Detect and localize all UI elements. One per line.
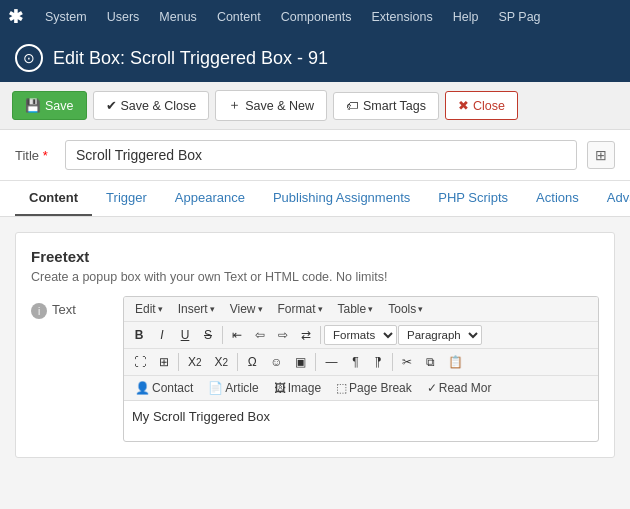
cut-button[interactable]: ✂ [396, 351, 418, 373]
page-break-button[interactable]: ⬚ Page Break [329, 378, 419, 398]
nav-help[interactable]: Help [443, 0, 489, 34]
nav-menus[interactable]: Menus [149, 0, 207, 34]
nav-sppag[interactable]: SP Pag [488, 0, 550, 34]
nav-system[interactable]: System [35, 0, 97, 34]
tab-php-scripts[interactable]: PHP Scripts [424, 181, 522, 216]
nav-extensions[interactable]: Extensions [362, 0, 443, 34]
table-insert-button[interactable]: ⊞ [153, 351, 175, 373]
tabs-bar: Content Trigger Appearance Publishing As… [0, 181, 630, 217]
menu-edit[interactable]: Edit ▾ [128, 299, 170, 319]
title-input[interactable] [65, 140, 577, 170]
nav-content[interactable]: Content [207, 0, 271, 34]
editor-icon-row: ⛶ ⊞ X2 X2 Ω ☺ ▣ — ¶ ¶ ✂ [124, 349, 598, 376]
editor-menu-row: Edit ▾ Insert ▾ View ▾ Format [124, 297, 598, 322]
fullscreen-button[interactable]: ⛶ [128, 351, 152, 373]
info-icon: i [31, 303, 47, 319]
divider6 [392, 353, 393, 371]
title-row: Title * ⊞ [0, 130, 630, 181]
tab-trigger[interactable]: Trigger [92, 181, 161, 216]
table-caret: ▾ [368, 304, 373, 314]
editor-container: Edit ▾ Insert ▾ View ▾ Format [123, 296, 599, 442]
edit-caret: ▾ [158, 304, 163, 314]
navbar: ✱ System Users Menus Content Components … [0, 0, 630, 34]
editor-label-col: i Text [31, 296, 111, 319]
content-area: Freetext Create a popup box with your ow… [0, 217, 630, 473]
format-caret: ▾ [318, 304, 323, 314]
media-button[interactable]: ▣ [289, 351, 312, 373]
menu-tools[interactable]: Tools ▾ [381, 299, 430, 319]
smart-tags-button[interactable]: 🏷 Smart Tags [333, 92, 439, 120]
freetext-title: Freetext [31, 248, 599, 265]
emoji-button[interactable]: ☺ [264, 351, 288, 373]
strikethrough-button[interactable]: S [197, 324, 219, 346]
page-header-icon: ⊙ [15, 44, 43, 72]
tab-content[interactable]: Content [15, 181, 92, 216]
formats-select[interactable]: Formats [324, 325, 397, 345]
view-caret: ▾ [258, 304, 263, 314]
align-left-button[interactable]: ⇤ [226, 324, 248, 346]
editor-content[interactable]: My Scroll Triggered Box [124, 401, 598, 441]
freetext-description: Create a popup box with your own Text or… [31, 270, 599, 284]
brand-logo: ✱ [8, 6, 23, 28]
bold-button[interactable]: B [128, 324, 150, 346]
tab-appearance[interactable]: Appearance [161, 181, 259, 216]
hr-button[interactable]: — [319, 351, 343, 373]
paste-button[interactable]: 📋 [442, 351, 469, 373]
article-button[interactable]: 📄 Article [201, 378, 265, 398]
tag-icon: 🏷 [346, 99, 359, 113]
page-break-icon: ⬚ [336, 381, 347, 395]
special-char-button[interactable]: Ω [241, 351, 263, 373]
save-close-button[interactable]: ✔ Save & Close [93, 91, 210, 120]
subscript-button[interactable]: X2 [182, 351, 208, 373]
read-more-button[interactable]: ✓ Read Mor [420, 378, 499, 398]
image-icon: 🖼 [274, 381, 286, 395]
para-ltr-button[interactable]: ¶ [344, 351, 366, 373]
close-button[interactable]: ✖ Close [445, 91, 518, 120]
editor-insert-row: 👤 Contact 📄 Article 🖼 Image ⬚ [124, 376, 598, 400]
plus-icon: ＋ [228, 97, 241, 114]
insert-caret: ▾ [210, 304, 215, 314]
menu-view[interactable]: View ▾ [223, 299, 270, 319]
toolbar: 💾 Save ✔ Save & Close ＋ Save & New 🏷 Sma… [0, 82, 630, 130]
divider4 [237, 353, 238, 371]
article-icon: 📄 [208, 381, 223, 395]
underline-button[interactable]: U [174, 324, 196, 346]
tab-adva[interactable]: Adva [593, 181, 630, 216]
close-icon: ✖ [458, 98, 469, 113]
required-indicator: * [43, 148, 48, 163]
expand-button[interactable]: ⊞ [587, 141, 615, 169]
title-label: Title * [15, 148, 55, 163]
freetext-section: Freetext Create a popup box with your ow… [15, 232, 615, 458]
align-right-button[interactable]: ⇨ [272, 324, 294, 346]
nav-users[interactable]: Users [97, 0, 150, 34]
para-rtl-button[interactable]: ¶ [367, 351, 389, 373]
divider2 [320, 326, 321, 344]
tab-publishing-assignments[interactable]: Publishing Assignments [259, 181, 424, 216]
menu-insert[interactable]: Insert ▾ [171, 299, 222, 319]
italic-button[interactable]: I [151, 324, 173, 346]
paragraph-select[interactable]: Paragraph [398, 325, 482, 345]
menu-table[interactable]: Table ▾ [331, 299, 381, 319]
contact-button[interactable]: 👤 Contact [128, 378, 200, 398]
save-icon: 💾 [25, 98, 41, 113]
nav-components[interactable]: Components [271, 0, 362, 34]
read-more-icon: ✓ [427, 381, 437, 395]
expand-icon: ⊞ [595, 147, 607, 163]
superscript-button[interactable]: X2 [209, 351, 235, 373]
brand-icon: ✱ [8, 6, 23, 28]
image-button[interactable]: 🖼 Image [267, 378, 328, 398]
save-button[interactable]: 💾 Save [12, 91, 87, 120]
tab-actions[interactable]: Actions [522, 181, 593, 216]
menu-format[interactable]: Format ▾ [271, 299, 330, 319]
tools-caret: ▾ [418, 304, 423, 314]
divider3 [178, 353, 179, 371]
editor-row: i Text Edit ▾ Insert ▾ [31, 296, 599, 442]
divider5 [315, 353, 316, 371]
align-center-button[interactable]: ⇦ [249, 324, 271, 346]
editor-toolbar: Edit ▾ Insert ▾ View ▾ Format [124, 297, 598, 401]
save-new-button[interactable]: ＋ Save & New [215, 90, 327, 121]
copy-button[interactable]: ⧉ [419, 351, 441, 373]
divider1 [222, 326, 223, 344]
editor-label: Text [52, 302, 76, 317]
align-justify-button[interactable]: ⇄ [295, 324, 317, 346]
